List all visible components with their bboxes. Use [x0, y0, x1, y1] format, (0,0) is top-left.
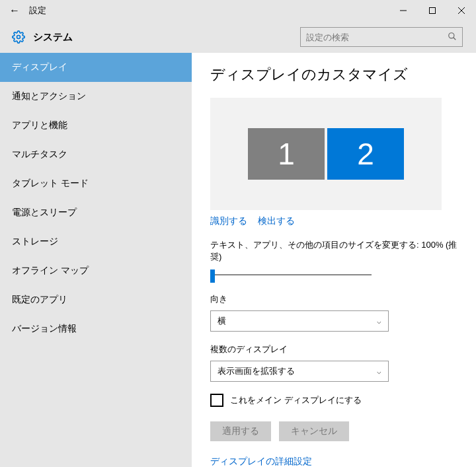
- sidebar-item-label: ストレージ: [12, 236, 58, 248]
- sidebar-item-label: バージョン情報: [12, 323, 77, 335]
- identify-link[interactable]: 識別する: [210, 215, 247, 227]
- sidebar-item-label: アプリと機能: [12, 120, 67, 131]
- sidebar-item-tablet[interactable]: タブレット モード: [0, 169, 192, 198]
- orientation-label: 向き: [210, 293, 457, 305]
- svg-line-6: [454, 37, 456, 40]
- multidisplay-label: 複数のディスプレイ: [210, 343, 457, 355]
- sidebar-item-about[interactable]: バージョン情報: [0, 314, 192, 343]
- multidisplay-dropdown[interactable]: 表示画面を拡張する ⌵: [210, 361, 389, 382]
- search-icon: [448, 32, 457, 43]
- main-display-checkbox[interactable]: [210, 394, 223, 407]
- page-title: ディスプレイのカスタマイズ: [210, 65, 457, 85]
- scale-label: テキスト、アプリ、その他の項目のサイズを変更する: 100% (推奨): [210, 239, 457, 263]
- slider-thumb[interactable]: [210, 269, 215, 283]
- maximize-button[interactable]: [418, 0, 447, 21]
- back-button[interactable]: ←: [0, 5, 29, 17]
- sidebar-item-storage[interactable]: ストレージ: [0, 227, 192, 256]
- monitor-1[interactable]: 1: [248, 128, 325, 180]
- main-display-checkbox-label: これをメイン ディスプレイにする: [230, 394, 362, 406]
- scale-slider[interactable]: [210, 268, 372, 281]
- window-title: 設定: [29, 5, 46, 17]
- chevron-down-icon: ⌵: [377, 317, 381, 326]
- sidebar-item-label: オフライン マップ: [12, 265, 89, 277]
- chevron-down-icon: ⌵: [377, 367, 381, 376]
- sidebar-item-defaultapps[interactable]: 既定のアプリ: [0, 285, 192, 314]
- header: システム: [0, 21, 476, 53]
- display-arrangement[interactable]: 1 2: [210, 98, 442, 210]
- monitor-2[interactable]: 2: [327, 128, 404, 180]
- sidebar: ディスプレイ 通知とアクション アプリと機能 マルチタスク タブレット モード …: [0, 53, 192, 467]
- sidebar-item-label: 電源とスリープ: [12, 207, 77, 219]
- svg-point-4: [17, 36, 20, 39]
- orientation-dropdown[interactable]: 横 ⌵: [210, 310, 389, 332]
- detect-link[interactable]: 検出する: [258, 215, 295, 227]
- sidebar-item-notifications[interactable]: 通知とアクション: [0, 82, 192, 111]
- sidebar-item-label: 既定のアプリ: [12, 294, 67, 306]
- sidebar-item-display[interactable]: ディスプレイ: [0, 53, 192, 82]
- sidebar-item-label: マルチタスク: [12, 149, 67, 161]
- sidebar-item-power[interactable]: 電源とスリープ: [0, 198, 192, 227]
- cancel-button[interactable]: キャンセル: [279, 421, 349, 441]
- sidebar-item-offlinemaps[interactable]: オフライン マップ: [0, 256, 192, 285]
- search-input[interactable]: [306, 32, 448, 42]
- main-content: ディスプレイのカスタマイズ 1 2 識別する 検出する テキスト、アプリ、その他…: [192, 53, 476, 467]
- search-box[interactable]: [300, 27, 463, 47]
- advanced-display-link[interactable]: ディスプレイの詳細設定: [210, 456, 457, 467]
- apply-button[interactable]: 適用する: [210, 421, 271, 441]
- gear-icon: [12, 30, 25, 44]
- svg-rect-1: [430, 8, 436, 14]
- svg-point-5: [449, 32, 454, 38]
- sidebar-item-multitask[interactable]: マルチタスク: [0, 140, 192, 169]
- sidebar-item-label: 通知とアクション: [12, 90, 86, 102]
- multidisplay-value: 表示画面を拡張する: [218, 365, 295, 377]
- sidebar-item-label: ディスプレイ: [12, 61, 67, 73]
- minimize-button[interactable]: [389, 0, 418, 21]
- close-button[interactable]: [447, 0, 476, 21]
- sidebar-item-label: タブレット モード: [12, 178, 89, 190]
- header-heading: システム: [33, 31, 73, 44]
- orientation-value: 横: [218, 315, 226, 327]
- sidebar-item-apps[interactable]: アプリと機能: [0, 111, 192, 140]
- titlebar: ← 設定: [0, 0, 476, 21]
